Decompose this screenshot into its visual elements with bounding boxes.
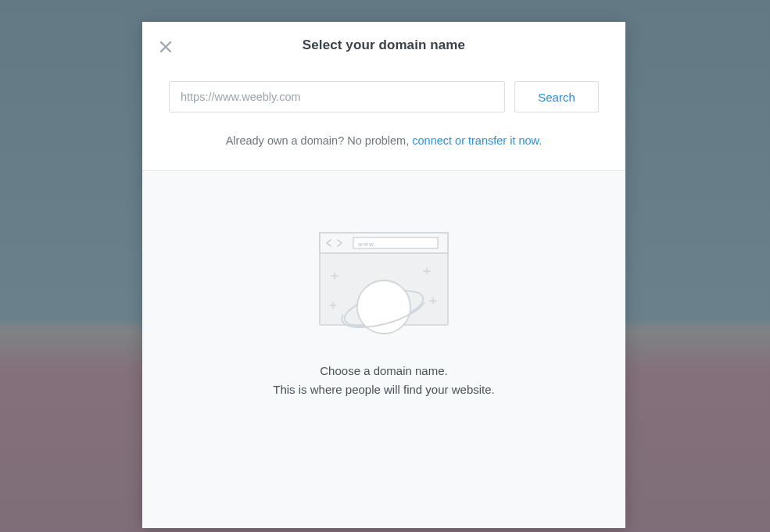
connect-transfer-link[interactable]: connect or transfer it now (412, 134, 539, 147)
empty-text: Choose a domain name. This is where peop… (273, 362, 494, 399)
empty-state: www. Choose a domain name. This is where… (142, 171, 625, 528)
domain-input[interactable] (169, 81, 505, 112)
search-button[interactable]: Search (514, 81, 599, 112)
modal-title: Select your domain name (142, 37, 625, 53)
domain-illustration: www. (317, 230, 450, 351)
svg-point-14 (357, 280, 410, 334)
domain-modal: Select your domain name Search Already o… (142, 22, 625, 528)
empty-line-1: Choose a domain name. (273, 362, 494, 380)
close-button[interactable] (155, 36, 177, 58)
modal-header: Select your domain name (142, 22, 625, 53)
connect-prefix: Already own a domain? No problem, (226, 134, 413, 147)
www-label: www. (357, 241, 377, 248)
connect-row: Already own a domain? No problem, connec… (142, 112, 625, 170)
empty-line-2: This is where people will find your webs… (273, 380, 494, 399)
search-row: Search (142, 53, 625, 112)
connect-suffix: . (539, 134, 542, 147)
close-icon (159, 41, 172, 53)
